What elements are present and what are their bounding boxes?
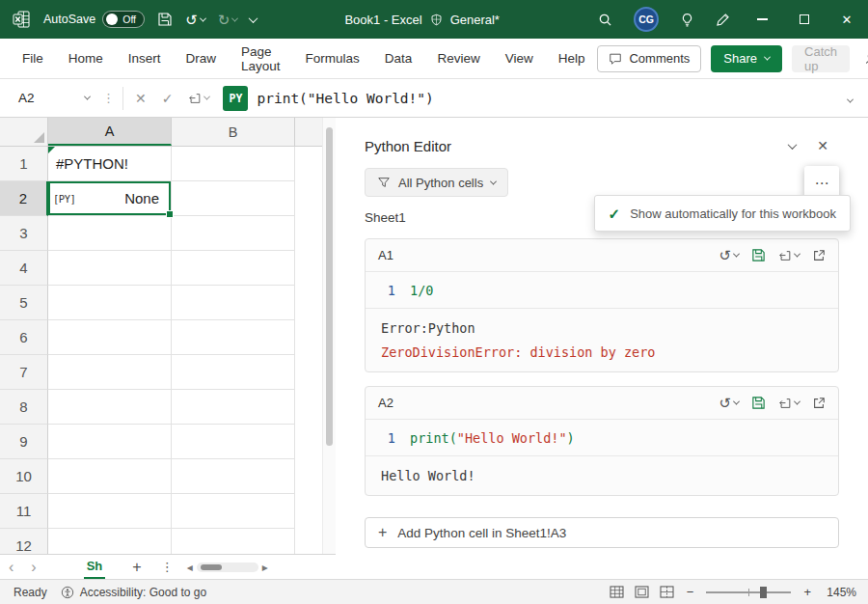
vertical-scrollbar[interactable]	[322, 118, 336, 554]
expand-editor-icon[interactable]	[812, 249, 826, 262]
tab-view[interactable]: View	[493, 39, 546, 79]
tab-draw[interactable]: Draw	[174, 39, 230, 79]
cell-A12[interactable]	[48, 529, 172, 554]
formula-input[interactable]: print("Hello World!")	[257, 91, 433, 106]
add-python-cell-button[interactable]: + Add Python cell in Sheet1!A3	[365, 517, 839, 548]
row-header-1[interactable]: 1	[0, 147, 48, 181]
redo-button[interactable]: ↻	[218, 13, 238, 27]
column-header-B[interactable]: B	[172, 118, 295, 146]
scroll-right-icon[interactable]: ▸	[262, 562, 268, 573]
undo-button[interactable]: ↺	[719, 248, 739, 262]
column-header-A[interactable]: A	[48, 118, 172, 146]
tab-help[interactable]: Help	[546, 39, 598, 79]
row-header-2[interactable]: 2	[0, 181, 48, 216]
horizontal-scroll-track[interactable]	[197, 563, 258, 572]
row-header-5[interactable]: 5	[0, 286, 48, 320]
cell-B9[interactable]	[172, 425, 295, 459]
search-icon[interactable]	[587, 0, 623, 39]
row-header-9[interactable]: 9	[0, 425, 48, 459]
cell-A9[interactable]	[48, 425, 172, 459]
name-box[interactable]: A2	[10, 86, 98, 111]
close-button[interactable]: ✕	[826, 0, 868, 39]
zoom-slider-knob[interactable]	[760, 587, 767, 598]
horizontal-scrollbar[interactable]: ◂ ▸	[187, 562, 268, 573]
cell-A8[interactable]	[48, 390, 172, 425]
scroll-left-icon[interactable]: ◂	[187, 562, 193, 573]
lightbulb-icon[interactable]	[669, 0, 705, 39]
next-sheet-icon[interactable]: ›	[22, 560, 44, 575]
sensitivity-label[interactable]: General*	[450, 13, 500, 27]
cell-B10[interactable]	[172, 459, 295, 494]
collapse-panel-icon[interactable]	[778, 139, 806, 153]
save-icon[interactable]	[751, 248, 766, 262]
zoom-level[interactable]: 145%	[824, 586, 856, 599]
row-header-12[interactable]: 12	[0, 529, 48, 554]
cell-B5[interactable]	[172, 286, 295, 320]
zoom-slider[interactable]	[706, 591, 791, 593]
accessibility-status[interactable]: Accessibility: Good to go	[61, 586, 206, 599]
cell-A3[interactable]	[48, 216, 172, 251]
cell-B2[interactable]	[172, 181, 295, 216]
save-icon[interactable]	[157, 12, 173, 27]
cell-A1[interactable]: #PYTHON!	[48, 147, 172, 181]
cell-B4[interactable]	[172, 251, 295, 286]
cancel-icon[interactable]: ✕	[127, 92, 154, 105]
panel-overflow-button[interactable]: ⋯	[804, 166, 839, 199]
cell-A10[interactable]	[48, 459, 172, 494]
row-header-6[interactable]: 6	[0, 320, 48, 355]
page-break-view-icon[interactable]	[660, 586, 674, 598]
expand-formula-bar-icon[interactable]	[848, 90, 853, 107]
undo-button[interactable]: ↺	[185, 13, 205, 27]
tab-review[interactable]: Review	[424, 39, 492, 79]
autosave-toggle[interactable]: Off	[102, 11, 145, 28]
account-avatar[interactable]: CG	[623, 0, 669, 39]
autosave-control[interactable]: AutoSave Off	[43, 11, 145, 28]
select-all-corner[interactable]	[0, 118, 48, 146]
cell-B3[interactable]	[172, 216, 295, 251]
cell-A7[interactable]	[48, 355, 172, 390]
cell-B8[interactable]	[172, 390, 295, 425]
insert-code-dropdown[interactable]	[180, 92, 217, 105]
share-button[interactable]: Share	[711, 45, 782, 72]
previous-sheet-icon[interactable]: ‹	[0, 560, 22, 575]
zoom-out-icon[interactable]: −	[685, 586, 696, 598]
cell-B1[interactable]	[172, 147, 295, 181]
code-editor-line[interactable]: 1 1/0	[366, 272, 838, 309]
python-cells-filter[interactable]: All Python cells	[365, 168, 508, 197]
cell-A4[interactable]	[48, 251, 172, 286]
people-icon[interactable]	[859, 51, 868, 67]
enter-icon[interactable]: ✓	[154, 92, 181, 105]
scrollbar-thumb[interactable]	[326, 127, 333, 446]
cell-B11[interactable]	[172, 494, 295, 529]
expand-editor-icon[interactable]	[812, 397, 826, 410]
tab-formulas[interactable]: Formulas	[293, 39, 372, 79]
page-layout-view-icon[interactable]	[635, 586, 649, 598]
quick-access-chevron-icon[interactable]	[250, 16, 257, 23]
sheet-options-icon[interactable]: ⋮	[161, 561, 174, 573]
code-editor-line[interactable]: 1 print("Hello World!")	[366, 420, 838, 456]
cell-B6[interactable]	[172, 320, 295, 355]
horizontal-scroll-thumb[interactable]	[201, 564, 222, 570]
tab-page-layout[interactable]: Page Layout	[229, 39, 293, 79]
row-header-3[interactable]: 3	[0, 216, 48, 251]
catch-up-button[interactable]: Catch up	[792, 45, 850, 72]
tab-insert[interactable]: Insert	[116, 39, 174, 79]
minimize-button[interactable]	[741, 0, 783, 39]
row-header-8[interactable]: 8	[0, 390, 48, 425]
sheet-tab-sheet1[interactable]: Sh	[84, 555, 106, 579]
undo-button[interactable]: ↺	[719, 396, 739, 410]
row-header-11[interactable]: 11	[0, 494, 48, 529]
tab-data[interactable]: Data	[372, 39, 425, 79]
save-icon[interactable]	[751, 396, 766, 410]
cell-A11[interactable]	[48, 494, 172, 529]
zoom-in-icon[interactable]: +	[801, 586, 813, 598]
comments-button[interactable]: Comments	[597, 45, 701, 72]
normal-view-icon[interactable]	[610, 586, 624, 598]
cell-A2[interactable]: [PY] None	[48, 181, 172, 216]
insert-code-dropdown[interactable]	[778, 249, 800, 262]
maximize-button[interactable]	[783, 0, 826, 39]
close-panel-icon[interactable]: ✕	[806, 135, 839, 156]
namebox-resize-handle[interactable]: ⋮	[98, 92, 119, 104]
tab-home[interactable]: Home	[56, 39, 116, 79]
pen-icon[interactable]	[705, 0, 741, 39]
